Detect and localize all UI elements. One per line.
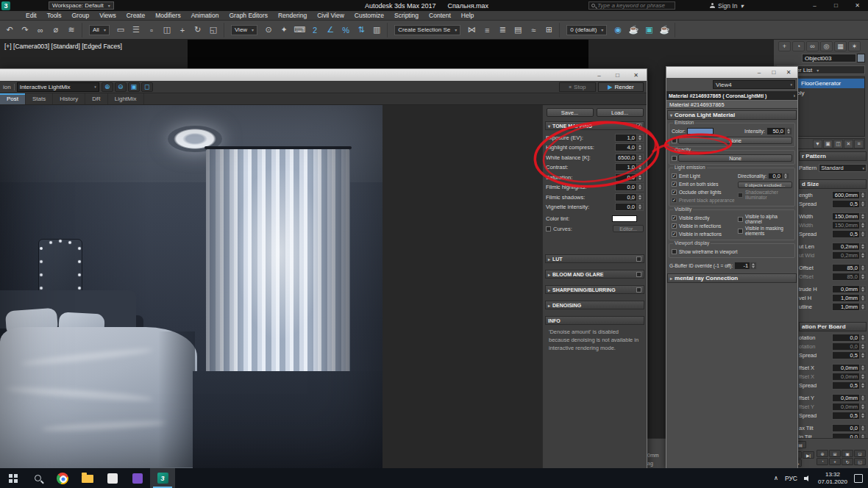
- action-center-icon[interactable]: [854, 474, 863, 483]
- checkbox[interactable]: [672, 215, 677, 220]
- spinner-arrows-icon[interactable]: [860, 381, 867, 390]
- modify-tab-icon[interactable]: ◔: [792, 41, 805, 51]
- spinner-arrows-icon[interactable]: [860, 243, 867, 251]
- motion-tab-icon[interactable]: ◎: [820, 41, 833, 51]
- select-and-move-icon[interactable]: +: [175, 23, 190, 37]
- spinner-arrows-icon[interactable]: [860, 303, 867, 311]
- value-spinner[interactable]: 0,5: [832, 351, 867, 359]
- value-spinner[interactable]: 0,5: [832, 200, 867, 208]
- select-and-scale-icon[interactable]: ◱: [206, 23, 221, 37]
- rollout-header[interactable]: d Size: [799, 179, 867, 189]
- material-editor-titlebar[interactable]: – □ ✕: [666, 67, 797, 78]
- value-spinner[interactable]: 1,0mm: [832, 294, 867, 302]
- align-icon[interactable]: ≡: [480, 23, 494, 37]
- spinner-arrows-icon[interactable]: [786, 127, 792, 135]
- start-button[interactable]: [0, 468, 25, 488]
- chrome-taskbar-button[interactable]: [50, 468, 75, 488]
- checkbox[interactable]: [672, 182, 677, 187]
- 3dsmax-taskbar-button[interactable]: 3: [150, 468, 175, 488]
- checkbox[interactable]: [672, 190, 677, 195]
- value-spinner[interactable]: 0,0mm: [832, 394, 867, 402]
- menu-graph-editors[interactable]: Graph Editors: [224, 12, 272, 19]
- remove-modifier-icon[interactable]: ✕: [844, 140, 853, 148]
- hierarchy-tab-icon[interactable]: ∞: [806, 41, 819, 51]
- spinner-arrows-icon[interactable]: [860, 230, 867, 238]
- menu-edit[interactable]: Edit: [21, 12, 42, 19]
- checkbox[interactable]: [546, 226, 551, 232]
- file-explorer-button[interactable]: [75, 468, 100, 488]
- spinner-arrows-icon[interactable]: [783, 173, 789, 179]
- menu-animation[interactable]: Animation: [186, 12, 224, 19]
- spinner-arrows-icon[interactable]: [860, 424, 867, 432]
- visible-to-alpha-channel-checkbox[interactable]: Visible to alpha channel: [738, 214, 792, 224]
- zoom-out-icon[interactable]: ⊖: [115, 82, 127, 92]
- angle-snap-icon[interactable]: ∠: [323, 23, 338, 37]
- value-spinner[interactable]: 0,5: [832, 412, 867, 420]
- menu-customize[interactable]: Customize: [349, 12, 389, 19]
- menu-content[interactable]: Content: [424, 12, 456, 19]
- edit-named-selection-sets-icon[interactable]: ▥: [369, 23, 384, 37]
- ribbon-toggle-icon[interactable]: ▤: [511, 23, 525, 37]
- spinner-arrows-icon[interactable]: [860, 334, 867, 342]
- render-button[interactable]: ▶ Render: [598, 82, 644, 92]
- opacity-texmap-button[interactable]: None: [678, 154, 792, 162]
- rendered-frame-window-icon[interactable]: ▣: [641, 23, 656, 37]
- value-spinner[interactable]: 0,0mm: [832, 285, 867, 293]
- value-spinner[interactable]: 150,0mm: [832, 212, 867, 220]
- keyboard-shortcut-override-icon[interactable]: ⌨: [292, 23, 307, 37]
- value-spinner[interactable]: 0,0mm: [832, 403, 867, 411]
- reference-coordinate-dropdown[interactable]: View ▾: [231, 25, 257, 35]
- create-tab-icon[interactable]: +: [778, 41, 791, 51]
- vfb-section-sharpening-blurring[interactable]: ▸ SHARPENING/BLURRING: [545, 285, 644, 294]
- 3dsmax-logo-icon[interactable]: 3: [1, 1, 10, 10]
- vfb-tab-lightmix[interactable]: LightMix: [108, 93, 144, 104]
- load-button[interactable]: Load...: [597, 108, 644, 117]
- layer-manager-icon[interactable]: ≣: [495, 23, 510, 37]
- spinner-arrows-icon[interactable]: [637, 203, 644, 211]
- vfb-section-denoising[interactable]: ▸ DENOISING: [545, 301, 644, 309]
- undo-icon[interactable]: ↶: [2, 23, 17, 37]
- spinner-arrows-icon[interactable]: [637, 134, 644, 142]
- minimize-button[interactable]: –: [804, 0, 825, 11]
- menu-tools[interactable]: Tools: [42, 12, 67, 19]
- spinner-arrows-icon[interactable]: [860, 403, 867, 411]
- value-spinner[interactable]: 0,0: [615, 203, 644, 211]
- taskbar-search-button[interactable]: [25, 468, 50, 488]
- spinner-arrows-icon[interactable]: [637, 173, 644, 182]
- close-button[interactable]: ✕: [847, 0, 868, 11]
- zoom-actual-size-icon[interactable]: ◻: [141, 82, 153, 92]
- more-icon[interactable]: ›: [794, 93, 795, 98]
- spinner-arrows-icon[interactable]: [637, 154, 644, 162]
- checkbox[interactable]: [672, 232, 677, 237]
- configure-modifier-sets-icon[interactable]: ≡: [854, 140, 864, 148]
- value-spinner[interactable]: 0,2mm: [832, 243, 867, 251]
- info-section-header[interactable]: INFO: [545, 316, 644, 325]
- menu-scripting[interactable]: Scripting: [389, 12, 424, 19]
- curves-editor-button[interactable]: Editor...: [613, 225, 644, 232]
- spinner-arrows-icon[interactable]: [860, 364, 867, 372]
- material-name-field[interactable]: Material #2146937865: [666, 100, 797, 109]
- select-link-icon[interactable]: ∞: [33, 23, 48, 37]
- exclude-objects-button[interactable]: 0 objects excluded...: [738, 182, 792, 188]
- help-search-input[interactable]: [588, 1, 675, 10]
- named-selection-set-dropdown[interactable]: Create Selection Se ▾: [394, 25, 460, 35]
- checkbox[interactable]: [672, 198, 677, 203]
- visible-in-refractions-checkbox[interactable]: Visible in refractions: [672, 230, 736, 237]
- menu-views[interactable]: Views: [94, 12, 121, 19]
- selection-region-icon[interactable]: ▫: [144, 23, 159, 37]
- value-spinner[interactable]: 85,0: [832, 273, 867, 281]
- vfb-minimize-button[interactable]: –: [590, 71, 608, 80]
- search-field[interactable]: [597, 2, 671, 9]
- spinner-arrows-icon[interactable]: [860, 273, 867, 281]
- workspace-dropdown[interactable]: Workspace: Default ▾: [49, 1, 114, 10]
- object-name-field[interactable]: Object003: [802, 54, 856, 62]
- vfb-section-bloom-glare[interactable]: ▸ BLOOM AND GLARE: [545, 270, 644, 279]
- gbuffer-spinner[interactable]: -1: [734, 262, 757, 270]
- spinner-arrows-icon[interactable]: [860, 342, 867, 351]
- spinner-arrows-icon[interactable]: [860, 394, 867, 402]
- value-spinner[interactable]: 0,5: [832, 381, 867, 390]
- checkbox[interactable]: [672, 156, 677, 161]
- visible-in-reflections-checkbox[interactable]: Visible in reflections: [672, 222, 736, 229]
- checkbox[interactable]: [738, 193, 743, 198]
- sign-in-button[interactable]: Sign In ▾: [710, 2, 744, 10]
